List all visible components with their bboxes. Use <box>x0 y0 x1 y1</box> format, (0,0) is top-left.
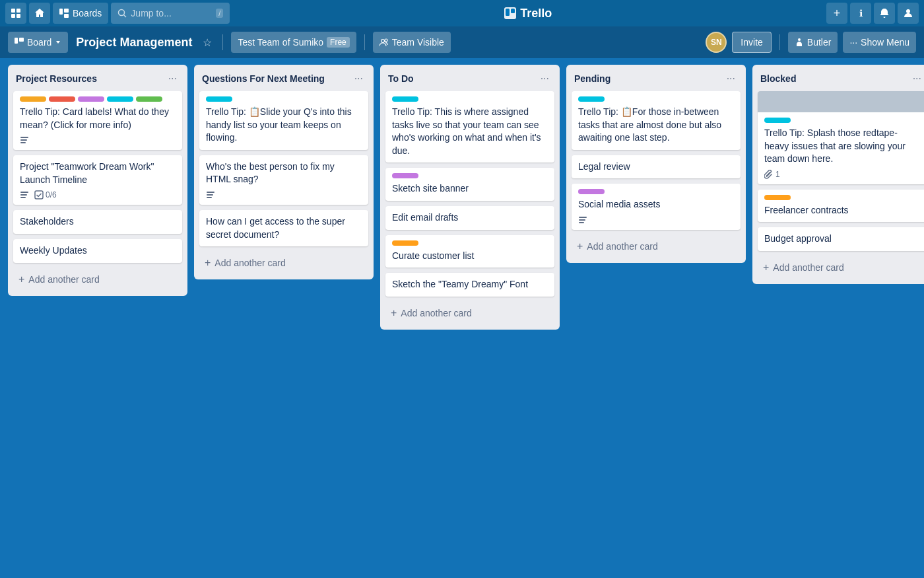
list-cards-blocked: Trello Tip: Splash those redtape-heavy i… <box>752 91 924 256</box>
show-menu-label: Show Menu <box>861 37 909 48</box>
board-header: Board Project Management ☆ Test Team of … <box>0 26 924 58</box>
home-icon-btn[interactable] <box>5 3 26 24</box>
card-card-curate[interactable]: Curate customer list <box>385 235 554 268</box>
list-header-project-resources: Project Resources ··· <box>8 65 187 91</box>
add-card-btn-project-resources[interactable]: +Add another card <box>11 268 185 291</box>
card-text-card-html: Who's the best person to fix my HTML sna… <box>206 161 335 185</box>
desc-icon <box>20 190 29 199</box>
card-footer <box>20 135 176 145</box>
show-menu-btn[interactable]: ··· Show Menu <box>843 32 916 53</box>
card-text-card-curate: Curate customer list <box>392 250 474 261</box>
card-card-secret[interactable]: How can I get access to the super secret… <box>199 210 368 246</box>
card-card-blocked-tip[interactable]: Trello Tip: Splash those redtape-heavy i… <box>758 91 924 184</box>
card-card-budget[interactable]: Budget approval <box>758 227 924 251</box>
svg-rect-26 <box>207 197 212 198</box>
add-card-plus: + <box>205 257 211 269</box>
card-label-teal <box>578 96 605 102</box>
add-card-label: Add another card <box>28 274 99 285</box>
team-btn[interactable]: Test Team of Sumiko Free <box>231 32 356 53</box>
svg-rect-3 <box>16 14 20 18</box>
card-text-card-secret: How can I get access to the super secret… <box>206 216 345 240</box>
list-questions-next-meeting: Questions For Next Meeting ··· Trello Ti… <box>194 65 374 279</box>
desc-icon <box>578 215 587 225</box>
list-cards-questions-next-meeting: Trello Tip: 📋Slide your Q's into this ha… <box>194 91 374 252</box>
card-labels <box>764 118 920 123</box>
card-label-green <box>136 96 162 102</box>
add-card-btn-questions-next-meeting[interactable]: +Add another card <box>197 252 371 274</box>
visibility-btn[interactable]: Team Visible <box>373 32 451 53</box>
list-menu-btn-blocked[interactable]: ··· <box>910 71 924 86</box>
list-menu-btn-project-resources[interactable]: ··· <box>166 71 180 86</box>
svg-rect-6 <box>64 14 69 18</box>
list-menu-btn-to-do[interactable]: ··· <box>538 71 552 86</box>
card-card-stakeholders[interactable]: Stakeholders <box>13 210 182 234</box>
svg-rect-18 <box>20 139 27 141</box>
list-header-to-do: To Do ··· <box>380 65 560 91</box>
card-labels <box>206 96 362 102</box>
list-menu-btn-pending[interactable]: ··· <box>724 71 738 86</box>
list-cards-to-do: Trello Tip: This is where assigned tasks… <box>380 91 560 302</box>
search-bar[interactable]: / <box>111 3 230 24</box>
card-card-sketch-font[interactable]: Sketch the "Teamy Dreamy" Font <box>385 273 554 297</box>
board-content: Project Resources ··· Trello Tip: Card l… <box>0 58 924 578</box>
board-view-btn[interactable]: Board <box>8 32 68 53</box>
butler-btn[interactable]: Butler <box>788 32 838 53</box>
card-label-purple <box>578 189 605 194</box>
app-logo-area: Trello <box>232 7 824 20</box>
desc-icon <box>206 190 215 199</box>
card-card-email[interactable]: Edit email drafts <box>385 206 554 230</box>
card-card-teamwork[interactable]: Project "Teamwork Dream Work" Launch Tim… <box>13 155 182 205</box>
card-label-teal <box>764 118 791 123</box>
add-card-btn-blocked[interactable]: +Add another card <box>755 256 924 279</box>
board-btn-label: Board <box>27 37 51 48</box>
boards-btn[interactable]: Boards <box>53 3 108 24</box>
svg-rect-0 <box>11 9 15 13</box>
team-label: Test Team of Sumiko <box>238 37 323 48</box>
svg-rect-23 <box>35 191 43 199</box>
list-title-blocked: Blocked <box>760 73 796 84</box>
svg-rect-10 <box>506 9 510 16</box>
svg-rect-19 <box>20 142 26 143</box>
card-card-tip-4[interactable]: Trello Tip: 📋For those in-between tasks … <box>572 91 741 150</box>
card-label-teal <box>107 96 133 102</box>
card-card-tip-3[interactable]: Trello Tip: This is where assigned tasks… <box>385 91 554 163</box>
card-card-tip-2[interactable]: Trello Tip: 📋Slide your Q's into this ha… <box>199 91 368 150</box>
card-cover <box>758 91 924 112</box>
card-text-card-tip-2: Trello Tip: 📋Slide your Q's into this ha… <box>206 106 352 143</box>
add-card-label: Add another card <box>214 258 285 268</box>
card-card-freelancer[interactable]: Freelancer contracts <box>758 190 924 223</box>
list-project-resources: Project Resources ··· Trello Tip: Card l… <box>8 65 187 296</box>
svg-rect-13 <box>15 38 18 44</box>
card-text-card-sketch-banner: Sketch site banner <box>392 183 469 194</box>
card-label-orange <box>392 240 418 246</box>
home-btn[interactable] <box>29 3 50 24</box>
card-card-html[interactable]: Who's the best person to fix my HTML sna… <box>199 155 368 205</box>
search-input[interactable] <box>131 8 210 18</box>
invite-btn[interactable]: Invite <box>732 32 771 53</box>
svg-rect-27 <box>579 217 587 218</box>
info-btn[interactable]: ℹ <box>850 3 871 24</box>
star-btn[interactable]: ☆ <box>200 34 214 52</box>
card-card-social[interactable]: Social media assets <box>572 184 741 230</box>
user-btn[interactable] <box>898 3 919 24</box>
card-card-legal[interactable]: Legal review <box>572 155 741 179</box>
card-label-purple <box>78 96 104 102</box>
list-menu-btn-questions-next-meeting[interactable]: ··· <box>352 71 366 86</box>
add-btn[interactable]: + <box>826 3 847 24</box>
svg-rect-25 <box>207 194 213 196</box>
card-card-weekly[interactable]: Weekly Updates <box>13 239 182 263</box>
add-card-btn-to-do[interactable]: +Add another card <box>383 302 557 324</box>
card-card-sketch-banner[interactable]: Sketch site banner <box>385 168 554 201</box>
avatar[interactable]: SN <box>706 32 727 53</box>
butler-label: Butler <box>807 37 832 48</box>
card-footer: 1 <box>764 170 920 179</box>
card-text-card-blocked-tip: Trello Tip: Splash those redtape-heavy i… <box>764 127 906 164</box>
card-text-card-tip-4: Trello Tip: 📋For those in-between tasks … <box>578 106 721 143</box>
svg-point-12 <box>906 9 910 13</box>
card-label-teal <box>206 96 232 102</box>
card-card-tip-1[interactable]: Trello Tip: Card labels! What do they me… <box>13 91 182 150</box>
add-card-btn-pending[interactable]: +Add another card <box>569 235 743 258</box>
bell-btn[interactable] <box>874 3 895 24</box>
card-label-teal <box>392 96 418 102</box>
card-labels <box>20 96 176 102</box>
